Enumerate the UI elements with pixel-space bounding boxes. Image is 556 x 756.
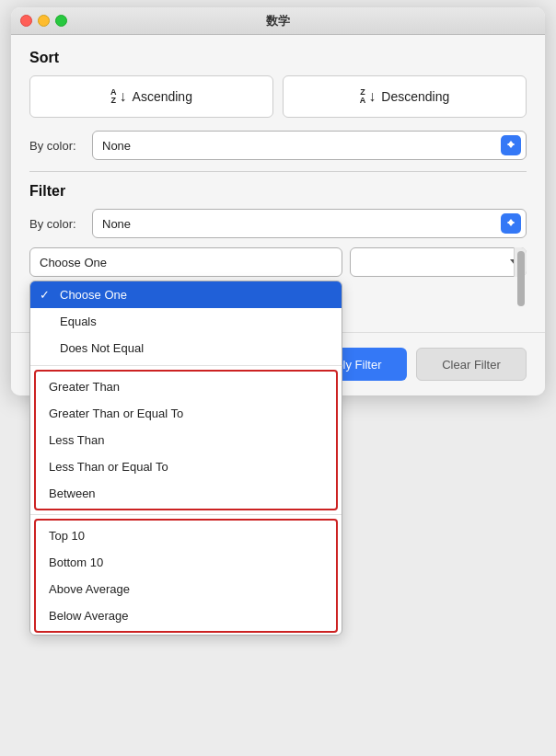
- minimize-button[interactable]: [38, 15, 50, 27]
- dropdown-item-bottom-10[interactable]: Bottom 10: [36, 549, 336, 576]
- window-title: 数学: [266, 13, 290, 29]
- dropdown-divider-1: [30, 365, 342, 366]
- sort-buttons-row: A Z ↓ Ascending Z A ↓ Descending: [29, 75, 527, 118]
- condition-selected-label: Choose One: [40, 256, 107, 269]
- filter-value-dropdown[interactable]: [350, 247, 527, 277]
- ascending-label: Ascending: [133, 89, 192, 104]
- descending-button[interactable]: Z A ↓ Descending: [283, 75, 527, 118]
- dropdown-divider-2: [30, 514, 342, 515]
- filter-by-color-select-wrapper: None: [92, 209, 527, 238]
- filter-section-title: Filter: [29, 183, 527, 200]
- sort-by-color-select[interactable]: None: [92, 131, 527, 160]
- dropdown-item-less-than[interactable]: Less Than: [36, 427, 336, 453]
- dropdown-numeric-group: Greater Than Greater Than or Equal To Le…: [34, 370, 338, 510]
- dropdown-item-equals[interactable]: Equals: [30, 308, 342, 335]
- main-window: 数学 Sort A Z ↓ Ascending Z: [11, 7, 545, 395]
- close-button[interactable]: [20, 15, 32, 27]
- sort-by-color-select-wrapper: None: [92, 131, 527, 160]
- filter-condition-row: Choose One Choose One Equals Doe: [29, 247, 527, 277]
- filter-by-color-select[interactable]: None: [92, 209, 527, 238]
- sort-by-color-row: By color: None: [29, 131, 527, 160]
- descending-label: Descending: [381, 89, 449, 104]
- dropdown-item-less-than-equal[interactable]: Less Than or Equal To: [36, 453, 336, 480]
- sort-section-title: Sort: [29, 50, 527, 66]
- condition-dropdown-menu: Choose One Equals Does Not Equal: [29, 281, 342, 636]
- filter-by-color-label: By color:: [29, 217, 92, 231]
- condition-dropdown-trigger[interactable]: Choose One: [29, 247, 342, 277]
- ascending-button[interactable]: A Z ↓ Ascending: [29, 75, 273, 118]
- dropdown-item-below-average[interactable]: Below Average: [36, 602, 336, 629]
- maximize-button[interactable]: [55, 15, 67, 27]
- descending-icon: Z A ↓: [360, 88, 376, 105]
- dropdown-item-top-10[interactable]: Top 10: [36, 522, 336, 549]
- clear-filter-button[interactable]: Clear Filter: [416, 348, 527, 381]
- dropdown-scrollbar-thumb[interactable]: [517, 251, 525, 306]
- dropdown-item-between[interactable]: Between: [36, 480, 336, 507]
- dropdown-scrollbar-track[interactable]: [514, 247, 527, 277]
- main-content: Sort A Z ↓ Ascending Z A: [11, 35, 545, 332]
- titlebar: 数学: [11, 7, 545, 35]
- dropdown-item-above-average[interactable]: Above Average: [36, 576, 336, 602]
- condition-dropdown-wrapper: Choose One Choose One Equals Doe: [29, 247, 342, 277]
- filter-condition-container: Choose One Choose One Equals Doe: [29, 247, 527, 314]
- sort-filter-divider: [29, 171, 527, 172]
- traffic-lights: [20, 15, 67, 27]
- dropdown-item-greater-than[interactable]: Greater Than: [36, 373, 336, 400]
- filter-by-color-row: By color: None: [29, 209, 527, 238]
- ascending-icon: A Z ↓: [110, 88, 127, 105]
- filter-value-dropdown-wrapper: [350, 247, 527, 277]
- dropdown-item-choose-one[interactable]: Choose One: [30, 281, 342, 308]
- dropdown-item-greater-than-equal[interactable]: Greater Than or Equal To: [36, 400, 336, 427]
- dropdown-item-does-not-equal[interactable]: Does Not Equal: [30, 335, 342, 361]
- sort-by-color-label: By color:: [29, 139, 92, 153]
- dropdown-stats-group: Top 10 Bottom 10 Above Average Below Ave…: [34, 519, 338, 633]
